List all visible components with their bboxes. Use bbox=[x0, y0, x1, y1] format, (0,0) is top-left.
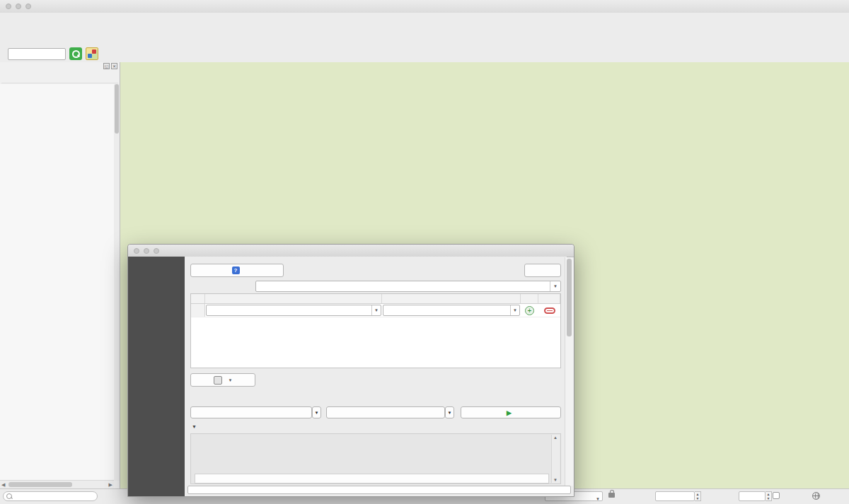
minimize-window-icon[interactable] bbox=[16, 4, 21, 9]
dialog-close-icon[interactable] bbox=[134, 248, 139, 254]
show-query-button[interactable] bbox=[326, 406, 445, 418]
delete-row-icon[interactable] bbox=[544, 307, 555, 314]
key-column-header bbox=[205, 294, 382, 303]
key-value-table: ▼ ▼ + bbox=[190, 293, 561, 368]
window-controls[interactable] bbox=[6, 4, 31, 9]
value-column-header bbox=[382, 294, 521, 303]
quickosm-icon[interactable] bbox=[86, 47, 98, 60]
layers-panel: ◱ ✕ ◀▶ bbox=[0, 62, 120, 489]
layer-tree bbox=[0, 84, 114, 481]
geocoder-input[interactable] bbox=[8, 48, 66, 60]
dialog-zoom-icon[interactable] bbox=[154, 248, 159, 254]
globe-icon bbox=[812, 492, 820, 500]
crs-status-button[interactable] bbox=[812, 492, 822, 500]
show-query-dropdown-icon[interactable]: ▼ bbox=[445, 406, 454, 418]
collapse-icon: ▼ bbox=[192, 424, 197, 429]
close-window-icon[interactable] bbox=[6, 4, 11, 9]
magnifier-stepper[interactable]: ▲▼ bbox=[695, 491, 701, 501]
reset-button[interactable] bbox=[524, 264, 561, 277]
quickosm-search-button[interactable] bbox=[69, 47, 82, 60]
preset-combobox[interactable]: ▼ bbox=[255, 281, 561, 292]
help-key-value-button[interactable]: ? bbox=[190, 264, 284, 277]
rotation-stepper[interactable]: ▲▼ bbox=[766, 491, 772, 501]
history-scrollbar[interactable]: ▲▼ bbox=[551, 435, 560, 483]
dialog-title-bar[interactable] bbox=[128, 245, 574, 257]
progress-bar bbox=[187, 486, 571, 494]
query-history-list: ▲▼ bbox=[190, 433, 561, 484]
float-panel-icon[interactable]: ◱ bbox=[103, 63, 110, 69]
magnifier-input[interactable] bbox=[655, 491, 695, 501]
layers-vertical-scrollbar[interactable] bbox=[114, 84, 120, 481]
row-number bbox=[191, 304, 205, 317]
quickosm-main: ? ▼ ▼ bbox=[185, 257, 567, 486]
rotation-input[interactable] bbox=[739, 491, 766, 501]
toolbar-digitizing bbox=[0, 30, 849, 46]
extent-combobox[interactable]: ▼ bbox=[190, 373, 255, 387]
dialog-minimize-icon[interactable] bbox=[144, 248, 149, 254]
save-preset-dropdown-icon[interactable]: ▼ bbox=[312, 406, 321, 418]
quickosm-sidebar bbox=[128, 257, 185, 496]
run-query-button[interactable]: ▶ bbox=[461, 406, 561, 418]
toolbar-main bbox=[0, 13, 849, 30]
query-history-toggle[interactable]: ▼ bbox=[192, 424, 200, 429]
query-row: ▼ ▼ + bbox=[191, 304, 560, 317]
title-bar bbox=[0, 0, 849, 13]
save-preset-button[interactable] bbox=[190, 406, 312, 418]
maximize-window-icon[interactable] bbox=[25, 4, 31, 9]
add-row-icon[interactable]: + bbox=[525, 306, 534, 315]
dialog-scrollbar[interactable] bbox=[565, 257, 573, 486]
render-checkbox[interactable] bbox=[773, 492, 780, 499]
extent-icon bbox=[214, 376, 222, 385]
layers-panel-toolbar bbox=[1, 72, 118, 83]
lock-scale-icon[interactable] bbox=[608, 493, 615, 498]
qgis-window: ◱ ✕ ◀▶ ? bbox=[0, 0, 849, 504]
run-icon: ▶ bbox=[507, 409, 512, 416]
close-panel-icon[interactable]: ✕ bbox=[111, 63, 117, 69]
key-combobox[interactable]: ▼ bbox=[206, 305, 381, 316]
delete-column-header bbox=[538, 294, 560, 303]
add-column-header bbox=[521, 294, 538, 303]
value-combobox[interactable]: ▼ bbox=[383, 305, 520, 316]
help-icon: ? bbox=[232, 266, 240, 274]
history-item-partial[interactable] bbox=[195, 474, 549, 484]
quickosm-dialog: ? ▼ ▼ bbox=[127, 244, 574, 497]
locator-search-input[interactable] bbox=[3, 491, 98, 501]
search-icon bbox=[6, 493, 12, 499]
toolbar-selection bbox=[0, 45, 849, 63]
